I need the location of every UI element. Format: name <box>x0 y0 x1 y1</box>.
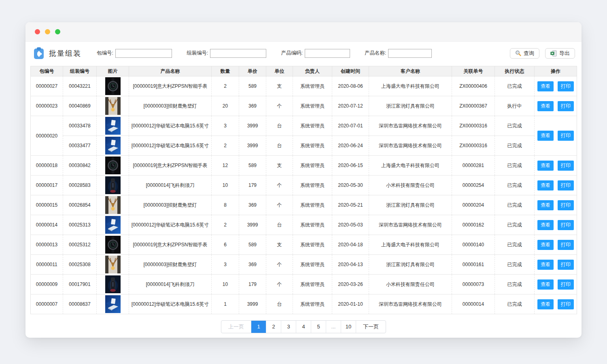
cell-exec-status: 已完成 <box>495 136 535 156</box>
filter-bar: 包编号: 组装编号: 产品编码: 产品名称: <box>97 49 446 58</box>
table-row: 0000001100025308[00000003]招财鹿角壁灯3369个系统管… <box>31 255 577 275</box>
cell-image <box>97 215 129 235</box>
cell-image <box>97 96 129 116</box>
print-button[interactable]: 打印 <box>558 200 574 210</box>
table-row: 0000001800030842[00000019]意大利ZPPSN智能手表12… <box>31 156 577 176</box>
view-button[interactable]: 查看 <box>537 81 554 91</box>
package-no-input[interactable] <box>115 49 172 58</box>
print-button[interactable]: 打印 <box>558 279 574 290</box>
pagination-page-4[interactable]: 4 <box>296 321 311 333</box>
close-window-button[interactable] <box>35 29 40 34</box>
table-row: 0000002700043221[00000019]意大利ZPPSN智能手表25… <box>31 76 577 96</box>
print-button[interactable]: 打印 <box>558 260 574 270</box>
view-button[interactable]: 查看 <box>537 200 554 210</box>
cell-assembly-no: 00025312 <box>63 235 97 255</box>
view-button[interactable]: 查看 <box>537 279 554 290</box>
cell-customer-name: 深圳市迅雷网络技术有限公司 <box>369 136 452 156</box>
pagination-page-3[interactable]: 3 <box>281 321 296 333</box>
cell-assembly-no: 00008637 <box>63 294 97 314</box>
cell-created-time: 2020-07-12 <box>332 96 369 116</box>
filter-assembly-no: 组装编号: <box>187 49 266 58</box>
cell-related-no: 00000161 <box>452 255 495 275</box>
table-row: 0000002300040869[00000003]招财鹿角壁灯20369个系统… <box>31 96 577 116</box>
export-button[interactable]: 导出 <box>545 48 575 59</box>
cell-customer-name: 浙江富润灯具有限公司 <box>369 195 452 215</box>
cell-created-time: 2020-05-21 <box>332 195 369 215</box>
cell-created-time: 2020-04-18 <box>332 235 369 255</box>
smartwatch-image <box>105 236 121 254</box>
cell-unit-price: 179 <box>239 176 266 195</box>
cell-quantity: 3 <box>212 116 239 136</box>
minimize-window-button[interactable] <box>45 29 50 34</box>
query-button[interactable]: 查询 <box>510 48 539 59</box>
assembly-no-input[interactable] <box>210 49 266 58</box>
column-header-created-time: 创建时间 <box>332 66 369 76</box>
print-button[interactable]: 打印 <box>558 220 574 230</box>
laptop-image <box>105 216 121 234</box>
cell-unit: 支 <box>266 235 293 255</box>
cell-unit: 支 <box>266 156 293 176</box>
view-button[interactable]: 查看 <box>537 220 554 230</box>
print-button[interactable]: 打印 <box>558 240 574 250</box>
cell-owner: 系统管理员 <box>293 215 332 235</box>
view-button[interactable]: 查看 <box>537 131 554 141</box>
cell-actions: 查看打印 <box>535 215 577 235</box>
print-button[interactable]: 打印 <box>558 299 574 309</box>
cell-product-name: [00000012]华硕笔记本电脑15.6英寸 <box>129 215 212 235</box>
cell-customer-name: 小米科技有限责任公司 <box>369 275 452 294</box>
print-button[interactable]: 打印 <box>558 180 574 190</box>
view-button[interactable]: 查看 <box>537 240 554 250</box>
cell-assembly-no: 00030842 <box>63 156 97 176</box>
print-button[interactable]: 打印 <box>558 101 574 111</box>
column-header-actions: 操作 <box>535 66 577 76</box>
cell-product-name: [00000012]华硕笔记本电脑15.6英寸 <box>129 136 212 156</box>
pagination-next-button[interactable]: 下一页 <box>356 321 386 333</box>
pagination-page-5[interactable]: 5 <box>311 321 326 333</box>
print-button[interactable]: 打印 <box>558 131 574 141</box>
view-button[interactable]: 查看 <box>537 299 554 309</box>
view-button[interactable]: 查看 <box>537 260 554 270</box>
cell-package-no: 00000023 <box>31 96 63 116</box>
cell-related-no: 00000140 <box>452 235 495 255</box>
cell-package-no: 00000017 <box>31 176 63 195</box>
cell-actions: 查看打印 <box>535 255 577 275</box>
product-name-input[interactable] <box>388 49 432 58</box>
view-button[interactable]: 查看 <box>537 101 554 111</box>
cell-owner: 系统管理员 <box>293 176 332 195</box>
print-button[interactable]: 打印 <box>558 161 574 171</box>
cell-package-no: 00000015 <box>31 195 63 215</box>
table-header-row: 包编号组装编号图片产品名称数量单价单位负责人创建时间客户名称关联单号执行状态操作 <box>31 66 577 76</box>
cell-customer-name: 上海盛大电子科技有限公司 <box>369 76 452 96</box>
table-row: 0000000700008637[00000012]华硕笔记本电脑15.6英寸1… <box>31 294 577 314</box>
product-code-input[interactable] <box>305 49 350 58</box>
cell-actions: 查看打印 <box>535 76 577 96</box>
cell-related-no: ZX00000316 <box>452 116 495 136</box>
cell-product-name: [00000014]飞科剃须刀 <box>129 275 212 294</box>
print-button[interactable]: 打印 <box>558 81 574 91</box>
cell-unit: 个 <box>266 255 293 275</box>
cell-exec-status: 已完成 <box>495 215 535 235</box>
cell-related-no: 00000014 <box>452 294 495 314</box>
cell-customer-name: 上海盛大电子科技有限公司 <box>369 156 452 176</box>
maximize-window-button[interactable] <box>55 29 60 34</box>
pagination-page-10[interactable]: 10 <box>341 321 356 333</box>
pagination-page-1[interactable]: 1 <box>251 321 266 333</box>
cell-unit-price: 3999 <box>239 215 266 235</box>
pagination-group: 上一页12345...10下一页 <box>221 320 386 333</box>
cell-actions: 查看打印 <box>535 176 577 195</box>
table-row: 0000000900017901[00000014]飞科剃须刀10179个系统管… <box>31 275 577 294</box>
view-button[interactable]: 查看 <box>537 161 554 171</box>
cell-actions: 查看打印 <box>535 116 577 156</box>
pagination-page-2[interactable]: 2 <box>266 321 281 333</box>
cell-unit-price: 3999 <box>239 116 266 136</box>
toolbar-buttons: 查询 导出 <box>510 48 575 59</box>
cell-customer-name: 小米科技有限责任公司 <box>369 176 452 195</box>
cell-created-time: 2020-01-10 <box>332 294 369 314</box>
cell-product-name: [00000014]飞科剃须刀 <box>129 176 212 195</box>
cell-image <box>97 116 129 136</box>
view-button[interactable]: 查看 <box>537 180 554 190</box>
cell-created-time: 2020-05-30 <box>332 176 369 195</box>
cell-created-time: 2020-07-01 <box>332 116 369 136</box>
cell-owner: 系统管理员 <box>293 294 332 314</box>
cell-unit: 台 <box>266 116 293 136</box>
